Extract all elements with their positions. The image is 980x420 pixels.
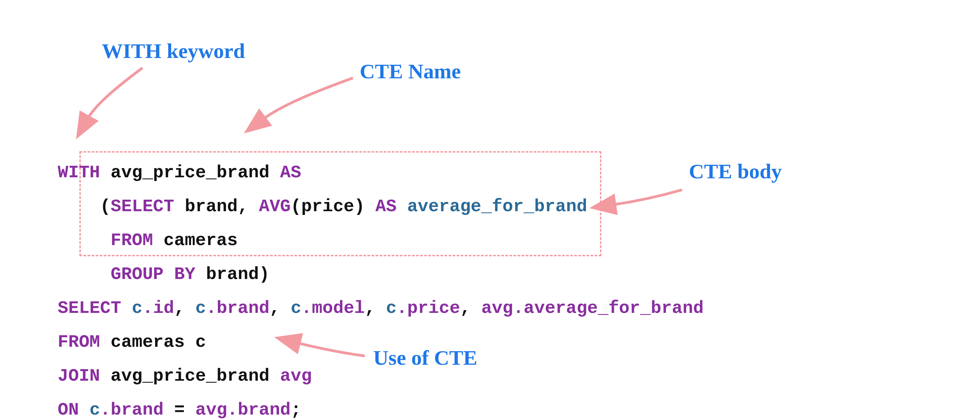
annotation-cte-name: CTE Name bbox=[360, 59, 461, 83]
comma5: , bbox=[460, 298, 471, 318]
keyword-select: SELECT bbox=[111, 197, 174, 217]
sql-code: WITH avg_price_brand AS (SELECT brand, A… bbox=[58, 122, 704, 420]
sel-c3b: .model bbox=[301, 298, 365, 318]
comma3: , bbox=[269, 298, 280, 318]
keyword-join: JOIN bbox=[58, 366, 100, 386]
keyword-as-2: AS bbox=[375, 197, 396, 217]
annotation-use-of-cte: Use of CTE bbox=[373, 346, 477, 370]
keyword-as: AS bbox=[280, 163, 301, 183]
semicolon: ; bbox=[291, 400, 301, 420]
comma2: , bbox=[174, 298, 185, 318]
keyword-from-main: FROM bbox=[58, 332, 100, 352]
annotation-with-keyword: WITH keyword bbox=[102, 39, 245, 63]
keyword-select-main: SELECT bbox=[58, 298, 121, 318]
on-rhs-a: avg bbox=[196, 400, 228, 420]
paren-open: ( bbox=[100, 197, 111, 217]
keyword-groupby: GROUP BY bbox=[111, 265, 196, 284]
arrow-with-keyword bbox=[86, 68, 143, 120]
table-cameras: cameras bbox=[153, 230, 238, 250]
paren-close: ) bbox=[259, 265, 269, 284]
sel-c2a: c bbox=[196, 298, 206, 318]
alias-average: average_for_brand bbox=[407, 197, 587, 217]
diagram-canvas: WITH avg_price_brand AS (SELECT brand, A… bbox=[0, 0, 980, 420]
join-alias: avg bbox=[280, 366, 312, 386]
sel-c1b: .id bbox=[143, 298, 174, 318]
sel-c3a: c bbox=[291, 298, 301, 318]
on-rhs-b: .brand bbox=[227, 400, 291, 420]
sel-c2b: .brand bbox=[206, 298, 269, 318]
sel-c5a: avg bbox=[481, 298, 513, 318]
sel-c5b: .average_for_brand bbox=[513, 298, 704, 318]
on-lhs-b: .brand bbox=[100, 400, 164, 420]
sel-c4b: .price bbox=[397, 298, 460, 318]
join-name: avg_price_brand bbox=[100, 366, 280, 386]
comma: , bbox=[238, 197, 248, 217]
keyword-from: FROM bbox=[111, 230, 153, 250]
from-cameras-c: cameras c bbox=[100, 332, 206, 352]
on-lhs-a: c bbox=[89, 400, 100, 420]
groupby-col: brand bbox=[196, 265, 259, 284]
sel-c4a: c bbox=[386, 298, 397, 318]
cte-name-text: avg_price_brand bbox=[111, 163, 269, 183]
arrow-cte-name bbox=[261, 78, 353, 120]
avg-arg: (price) bbox=[291, 197, 365, 217]
func-avg: AVG bbox=[259, 197, 291, 217]
keyword-with: WITH bbox=[58, 163, 100, 183]
sel-c1a: c bbox=[132, 298, 142, 318]
annotation-cte-body: CTE body bbox=[689, 159, 782, 183]
col-brand: brand bbox=[174, 197, 237, 217]
keyword-on: ON bbox=[58, 400, 79, 420]
on-eq: = bbox=[164, 400, 196, 420]
comma4: , bbox=[365, 298, 375, 318]
